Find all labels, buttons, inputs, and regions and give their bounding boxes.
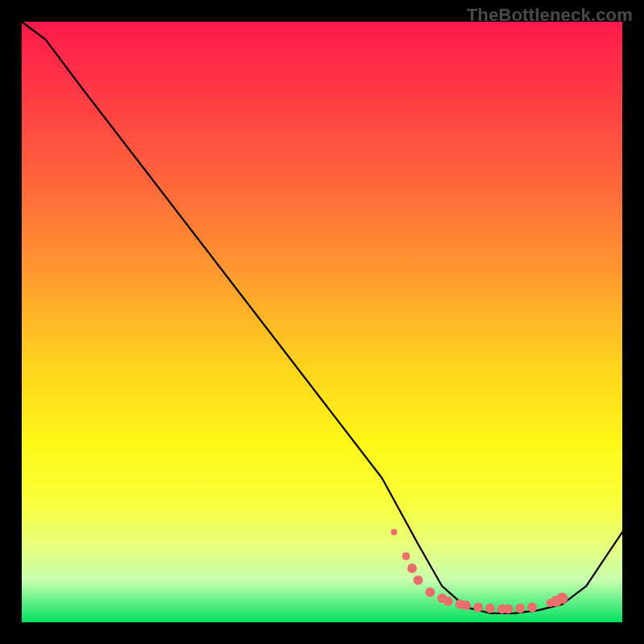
highlight-marker	[556, 592, 568, 604]
highlight-marker	[402, 552, 410, 560]
highlight-marker	[413, 576, 423, 585]
highlight-marker	[444, 597, 453, 606]
highlight-marker	[503, 605, 513, 614]
bottleneck-curve-line	[22, 22, 622, 613]
highlight-marker	[425, 588, 435, 597]
highlight-marker	[407, 564, 417, 573]
highlight-marker	[515, 604, 525, 613]
highlight-marker	[391, 529, 398, 535]
highlight-marker	[461, 601, 471, 610]
highlight-marker	[485, 604, 495, 613]
chart-frame: TheBottleneck.com	[0, 0, 644, 644]
highlight-marker	[473, 602, 483, 612]
chart-svg	[22, 22, 622, 622]
highlight-marker	[527, 602, 537, 612]
